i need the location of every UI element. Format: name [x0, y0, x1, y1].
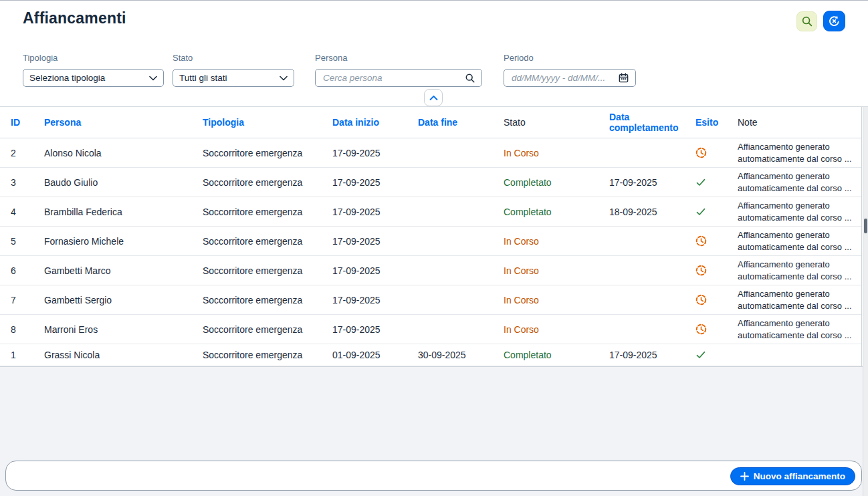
in-progress-clock-icon: [695, 324, 734, 335]
cell-data-inizio: 17-09-2025: [332, 236, 418, 247]
cell-tipologia: Soccorritore emergenza: [203, 265, 332, 276]
plus-icon: [740, 472, 749, 481]
status-text: In Corso: [504, 265, 539, 276]
cell-id: 7: [11, 295, 44, 305]
reset-filters-button[interactable]: [823, 11, 845, 31]
success-check-icon: [695, 207, 734, 217]
cell-esito: [695, 235, 738, 247]
col-header-data-fine[interactable]: Data fine: [418, 117, 504, 128]
cell-data-inizio: 17-09-2025: [332, 177, 418, 188]
table-row[interactable]: 4 Brambilla Federica Soccorritore emerge…: [0, 197, 861, 227]
in-progress-clock-icon: [695, 265, 734, 276]
cell-persona: Alonso Nicola: [44, 148, 203, 158]
status-text: In Corso: [504, 148, 539, 158]
cell-data-inizio: 17-09-2025: [332, 207, 418, 217]
stato-select[interactable]: Tutti gli stati: [173, 69, 294, 87]
status-text: In Corso: [504, 324, 539, 335]
cell-id: 2: [11, 148, 44, 158]
cell-tipologia: Soccorritore emergenza: [203, 324, 332, 335]
cell-esito: [695, 294, 738, 305]
persona-search-input[interactable]: [322, 72, 465, 84]
status-text: Completato: [504, 350, 552, 360]
header-actions: [796, 11, 845, 31]
stato-select-value: Tutti gli stati: [179, 73, 280, 83]
cell-data-inizio: 01-09-2025: [332, 350, 418, 360]
cell-tipologia: Soccorritore emergenza: [203, 177, 332, 188]
filter-stato: Stato Tutti gli stati: [173, 53, 294, 87]
cell-note: Affiancamento generato automaticamente d…: [738, 259, 861, 282]
vertical-scrollbar-track[interactable]: [863, 107, 868, 496]
success-check-icon: [695, 177, 734, 188]
cell-id: 4: [11, 207, 44, 217]
table-row[interactable]: 5 Fornasiero Michele Soccorritore emerge…: [0, 227, 861, 256]
cell-persona: Fornasiero Michele: [44, 236, 203, 247]
cell-tipologia: Soccorritore emergenza: [203, 350, 332, 360]
status-text: Completato: [504, 177, 552, 188]
filter-tipologia-label: Tipologia: [23, 53, 164, 63]
col-header-tipologia[interactable]: Tipologia: [203, 117, 332, 128]
cell-id: 8: [11, 324, 44, 335]
col-header-esito[interactable]: Esito: [695, 117, 738, 128]
cell-persona: Gambetti Marco: [44, 265, 203, 276]
cell-id: 3: [11, 177, 44, 188]
chevron-up-icon: [429, 95, 438, 101]
cell-persona: Grassi Nicola: [44, 350, 203, 360]
cell-persona: Marroni Eros: [44, 324, 203, 335]
table-right-edge: [861, 107, 862, 367]
in-progress-clock-icon: [695, 294, 734, 305]
cell-note: Affiancamento generato automaticamente d…: [738, 229, 861, 253]
tipologia-select-value: Seleziona tipologia: [29, 73, 149, 83]
cell-id: 5: [11, 236, 44, 247]
cell-data-completamento: 18-09-2025: [609, 207, 695, 217]
new-affiancamento-label: Nuovo affiancamento: [754, 471, 845, 481]
table-row[interactable]: 8 Marroni Eros Soccorritore emergenza 17…: [0, 315, 861, 344]
status-text: In Corso: [504, 236, 539, 247]
cell-data-inizio: 17-09-2025: [332, 265, 418, 276]
table-row[interactable]: 1 Grassi Nicola Soccorritore emergenza 0…: [0, 344, 861, 366]
col-header-persona[interactable]: Persona: [44, 117, 203, 128]
search-icon: [801, 15, 813, 27]
in-progress-clock-icon: [695, 147, 734, 158]
chevron-down-icon: [149, 76, 157, 81]
col-header-data-inizio[interactable]: Data inizio: [332, 117, 418, 128]
col-header-note: Note: [738, 117, 861, 128]
cell-data-completamento: 17-09-2025: [609, 350, 695, 360]
table-row[interactable]: 6 Gambetti Marco Soccorritore emergenza …: [0, 256, 861, 285]
cell-esito: [695, 265, 738, 276]
filter-periodo-label: Periodo: [504, 53, 636, 63]
new-affiancamento-button[interactable]: Nuovo affiancamento: [730, 467, 855, 485]
table-row[interactable]: 2 Alonso Nicola Soccorritore emergenza 1…: [0, 138, 861, 168]
table-row[interactable]: 7 Gambetti Sergio Soccorritore emergenza…: [0, 285, 861, 315]
periodo-range-field: [504, 69, 636, 87]
filter-stato-label: Stato: [173, 53, 294, 63]
cell-esito: [695, 350, 738, 360]
cell-id: 6: [11, 265, 44, 276]
cell-persona: Baudo Giulio: [44, 177, 203, 188]
col-header-id[interactable]: ID: [11, 117, 44, 128]
affiancamenti-page: Affiancamenti Tipologia Seleziona tipolo…: [0, 0, 868, 496]
page-title: Affiancamenti: [23, 9, 126, 27]
cell-data-inizio: 17-09-2025: [332, 295, 418, 305]
table-header: ID Persona Tipologia Data inizio Data fi…: [0, 107, 861, 138]
filter-periodo: Periodo: [504, 53, 636, 87]
cell-note: Affiancamento generato automaticamente d…: [738, 141, 861, 164]
collapse-filters-button[interactable]: [424, 89, 443, 106]
cell-persona: Brambilla Federica: [44, 207, 203, 217]
calendar-icon[interactable]: [618, 72, 629, 84]
cell-tipologia: Soccorritore emergenza: [203, 236, 332, 247]
cell-id: 1: [11, 350, 44, 360]
search-icon[interactable]: [465, 73, 475, 84]
vertical-scrollbar-thumb[interactable]: [864, 219, 867, 233]
table-row[interactable]: 3 Baudo Giulio Soccorritore emergenza 17…: [0, 168, 861, 197]
filter-tipologia: Tipologia Seleziona tipologia: [23, 53, 164, 87]
search-button[interactable]: [796, 11, 817, 31]
col-header-data-completamento[interactable]: Data completamento: [609, 112, 695, 133]
cell-data-completamento: 17-09-2025: [609, 177, 695, 188]
persona-search-field: [315, 69, 482, 87]
cell-tipologia: Soccorritore emergenza: [203, 295, 332, 305]
filter-persona-label: Persona: [315, 53, 482, 63]
tipologia-select[interactable]: Seleziona tipologia: [23, 69, 164, 87]
periodo-range-input[interactable]: [510, 72, 618, 84]
cell-data-fine: 30-09-2025: [418, 350, 504, 360]
cell-note: Affiancamento generato automaticamente d…: [738, 200, 861, 223]
